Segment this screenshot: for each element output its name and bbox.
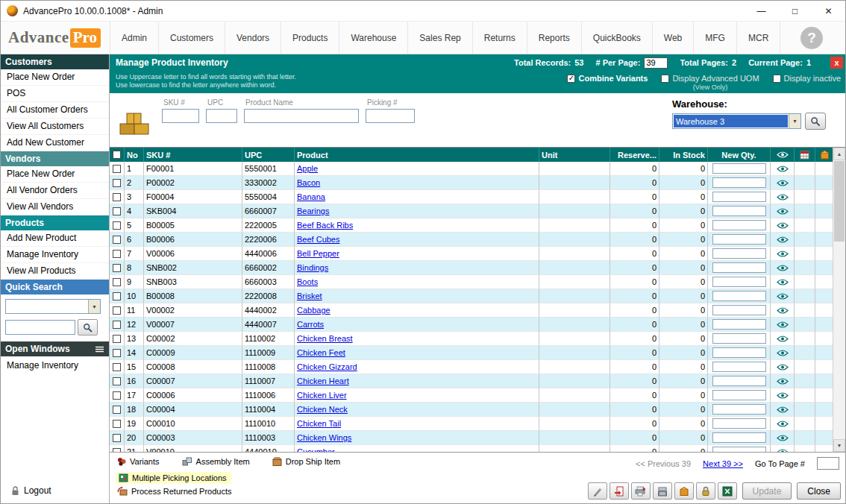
- eye-icon[interactable]: [777, 364, 789, 371]
- combine-variants-checkbox[interactable]: ✓: [567, 75, 575, 83]
- scroll-down-arrow[interactable]: ▼: [833, 439, 845, 452]
- sidebar-item-place-new-order[interactable]: Place New Order: [1, 69, 109, 86]
- tab-vendors[interactable]: Vendors: [225, 22, 281, 54]
- product-link[interactable]: Carrots: [297, 320, 324, 329]
- new-qty-input[interactable]: [712, 347, 766, 358]
- new-qty-input[interactable]: [712, 220, 766, 230]
- eye-icon[interactable]: [777, 166, 789, 172]
- export-document-button[interactable]: [610, 482, 629, 500]
- sidebar-item-add-new-customer[interactable]: Add New Customer: [1, 135, 109, 151]
- eye-icon[interactable]: [777, 406, 789, 413]
- new-qty-input[interactable]: [712, 333, 766, 344]
- quick-search-dropdown[interactable]: ▼: [5, 299, 101, 314]
- eye-icon[interactable]: [777, 265, 789, 271]
- tab-warehouse[interactable]: Warehouse: [339, 22, 407, 54]
- row-checkbox[interactable]: [113, 406, 121, 414]
- new-qty-input[interactable]: [712, 291, 766, 301]
- tab-sales-rep[interactable]: Sales Rep: [407, 22, 471, 54]
- next-page-link[interactable]: Next 39 >>: [703, 459, 743, 468]
- open-window-item[interactable]: Manage Inventory: [1, 356, 109, 373]
- product-link[interactable]: Chicken Neck: [297, 405, 348, 414]
- display-inactive-checkbox[interactable]: [773, 75, 781, 83]
- product-link[interactable]: Bearings: [297, 207, 329, 215]
- product-link[interactable]: Chicken Feet: [297, 348, 345, 357]
- tab-reports[interactable]: Reports: [527, 22, 581, 54]
- new-qty-input[interactable]: [712, 447, 766, 452]
- new-qty-input[interactable]: [712, 432, 766, 443]
- package-button[interactable]: [674, 482, 694, 500]
- close-button[interactable]: Close: [797, 482, 841, 500]
- eye-icon[interactable]: [777, 279, 789, 286]
- row-checkbox[interactable]: [113, 363, 121, 371]
- row-checkbox[interactable]: [113, 250, 121, 258]
- new-qty-input[interactable]: [712, 418, 766, 429]
- eye-icon[interactable]: [777, 236, 789, 243]
- new-qty-input[interactable]: [712, 319, 766, 330]
- excel-export-button[interactable]: [718, 482, 737, 500]
- product-name-search-input[interactable]: [244, 109, 359, 123]
- select-all-checkbox[interactable]: [113, 151, 121, 159]
- product-link[interactable]: Beef Cubes: [297, 235, 339, 244]
- row-checkbox[interactable]: [113, 193, 121, 201]
- product-link[interactable]: Boots: [297, 277, 318, 286]
- row-checkbox[interactable]: [113, 321, 121, 329]
- eye-icon[interactable]: [777, 321, 789, 328]
- row-checkbox[interactable]: [113, 207, 121, 215]
- sidebar-item-all-customer-orders[interactable]: All Customer Orders: [1, 102, 109, 119]
- upc-search-input[interactable]: [206, 109, 237, 123]
- product-link[interactable]: Chicken Liver: [297, 391, 347, 400]
- sidebar-item-view-all-vendors[interactable]: View All Vendors: [1, 199, 109, 215]
- new-qty-input[interactable]: [712, 262, 766, 273]
- tab-returns[interactable]: Returns: [472, 22, 527, 54]
- row-checkbox[interactable]: [113, 349, 121, 357]
- product-link[interactable]: Chicken Heart: [297, 377, 349, 385]
- eye-icon[interactable]: [777, 222, 789, 229]
- warehouse-search-button[interactable]: [805, 113, 826, 130]
- eye-icon[interactable]: [777, 336, 789, 342]
- eye-icon[interactable]: [777, 350, 789, 356]
- eye-icon[interactable]: [777, 420, 789, 427]
- eye-icon[interactable]: [777, 293, 789, 300]
- product-link[interactable]: Chicken Breast: [297, 334, 353, 343]
- row-checkbox[interactable]: [113, 391, 121, 400]
- tab-mfg[interactable]: MFG: [693, 22, 736, 54]
- new-qty-input[interactable]: [712, 163, 766, 174]
- row-checkbox[interactable]: [113, 264, 121, 272]
- per-page-input[interactable]: [644, 57, 668, 69]
- update-button[interactable]: Update: [742, 482, 792, 500]
- eye-icon[interactable]: [777, 392, 789, 399]
- new-qty-input[interactable]: [712, 192, 766, 202]
- product-link[interactable]: Brisket: [297, 292, 322, 300]
- new-qty-input[interactable]: [712, 390, 766, 400]
- row-checkbox[interactable]: [113, 377, 121, 385]
- product-link[interactable]: Banana: [297, 192, 325, 201]
- display-advanced-uom-checkbox[interactable]: [661, 75, 669, 83]
- close-panel-button[interactable]: x: [830, 57, 843, 69]
- new-qty-input[interactable]: [712, 404, 766, 415]
- product-link[interactable]: Beef Back Ribs: [297, 221, 353, 230]
- new-qty-input[interactable]: [712, 277, 766, 287]
- row-checkbox[interactable]: [113, 420, 121, 428]
- row-checkbox[interactable]: [113, 221, 121, 230]
- scrollbar-thumb[interactable]: [834, 161, 845, 242]
- sidebar-item-view-all-customers[interactable]: View All Customers: [1, 119, 109, 135]
- tab-mcr[interactable]: MCR: [736, 22, 780, 54]
- quick-search-input[interactable]: [5, 320, 75, 335]
- product-link[interactable]: Apple: [297, 164, 318, 173]
- product-link[interactable]: Chicken Gizzard: [297, 362, 357, 371]
- new-qty-input[interactable]: [712, 362, 766, 372]
- sidebar-item-place-new-order[interactable]: Place New Order: [1, 166, 109, 183]
- goto-page-input[interactable]: [817, 457, 839, 470]
- eye-icon[interactable]: [777, 435, 789, 441]
- row-checkbox[interactable]: [113, 335, 121, 343]
- eye-icon[interactable]: [777, 307, 789, 314]
- product-link[interactable]: Chicken Tail: [297, 419, 341, 428]
- tab-admin[interactable]: Admin: [110, 22, 158, 54]
- product-link[interactable]: Bell Pepper: [297, 249, 339, 258]
- row-checkbox[interactable]: [113, 179, 121, 187]
- sidebar-item-all-vendor-orders[interactable]: All Vendor Orders: [1, 183, 109, 199]
- scrollbar-track[interactable]: [833, 160, 845, 439]
- row-checkbox[interactable]: [113, 165, 121, 173]
- new-qty-input[interactable]: [712, 234, 766, 245]
- new-qty-input[interactable]: [712, 305, 766, 315]
